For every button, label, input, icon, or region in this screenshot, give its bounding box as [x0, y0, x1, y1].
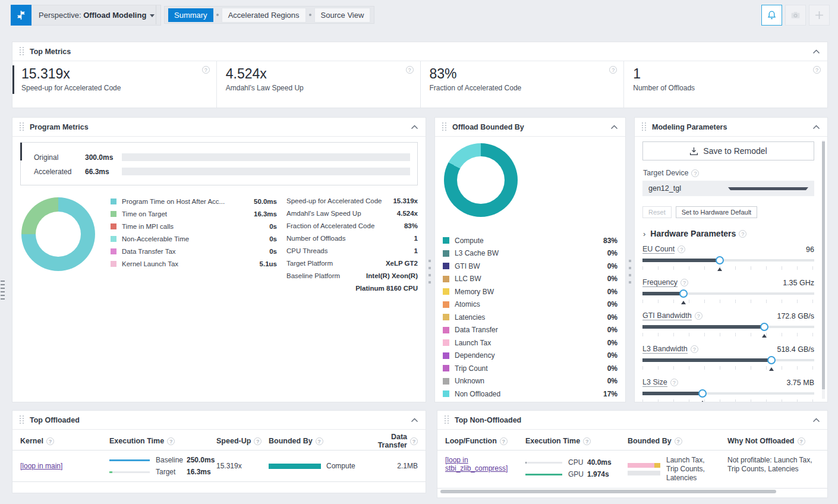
- bounded-by-donut-chart: [444, 143, 518, 217]
- panel-splitter-handle[interactable]: [429, 260, 431, 286]
- legend-label: L3 Cache BW: [455, 249, 603, 257]
- detail-label: Number of Offloads: [286, 232, 346, 245]
- slider-thumb[interactable]: [679, 289, 688, 298]
- help-icon[interactable]: [609, 66, 617, 74]
- gpu-bar: [525, 474, 562, 475]
- target-device-select[interactable]: gen12_tgl: [642, 181, 814, 196]
- save-to-remodel-button[interactable]: Save to Remodel: [642, 141, 814, 160]
- drag-handle-icon[interactable]: [20, 47, 24, 56]
- help-icon[interactable]: [316, 437, 323, 445]
- help-icon[interactable]: [583, 437, 591, 445]
- help-icon[interactable]: [675, 437, 682, 445]
- tab-summary[interactable]: Summary: [168, 8, 213, 22]
- horizontal-scrollbar-thumb[interactable]: [440, 490, 776, 493]
- slider-track[interactable]: [642, 323, 814, 331]
- drag-handle-icon[interactable]: [442, 122, 447, 131]
- collapse-chevron-icon[interactable]: [812, 49, 820, 54]
- slider-label[interactable]: L3 Bandwidth: [642, 345, 688, 354]
- slider-thumb[interactable]: [716, 256, 724, 264]
- slider-track[interactable]: [642, 289, 814, 298]
- help-icon[interactable]: [167, 437, 175, 445]
- help-icon[interactable]: [691, 169, 699, 177]
- vertical-scrollbar[interactable]: [822, 140, 825, 399]
- cpu-bar: [525, 462, 562, 464]
- sidebar-drag-handle[interactable]: [1, 281, 5, 300]
- detail-label: Baseline Platform: [286, 270, 340, 295]
- legend-label: Time in MPI calls: [122, 223, 264, 230]
- legend-swatch: [443, 301, 449, 308]
- notifications-button[interactable]: [761, 5, 782, 26]
- slider-thumb[interactable]: [698, 389, 707, 398]
- tab-accelerated-regions[interactable]: Accelerated Regions: [222, 8, 306, 23]
- slider-label[interactable]: Frequency: [642, 278, 678, 287]
- help-icon[interactable]: [691, 345, 698, 353]
- legend-item: Trip Count0%: [443, 362, 618, 375]
- detail-row: CPU Threads1: [286, 245, 418, 257]
- panel-title: Modeling Parameters: [652, 123, 812, 131]
- legend-value: 0%: [607, 377, 618, 385]
- collapse-chevron-icon[interactable]: [812, 418, 820, 423]
- legend-value: 0%: [607, 326, 618, 334]
- default-marker-icon: [681, 301, 686, 304]
- help-icon[interactable]: [202, 66, 210, 74]
- time-comparison-chart: Original 300.0ms Accelerated 66.3ms: [20, 142, 418, 185]
- help-icon[interactable]: [695, 312, 702, 320]
- add-button[interactable]: [809, 5, 830, 26]
- default-marker-icon: [700, 401, 705, 402]
- help-icon[interactable]: [678, 245, 685, 253]
- collapse-chevron-icon[interactable]: [411, 418, 418, 423]
- set-hardware-default-button[interactable]: Set to Hardware Default: [676, 206, 757, 218]
- reset-button[interactable]: Reset: [642, 206, 672, 218]
- perspective-label: Perspective:: [39, 11, 81, 20]
- help-icon[interactable]: [739, 230, 746, 238]
- legend-swatch: [443, 314, 449, 320]
- collapse-chevron-icon[interactable]: [812, 125, 820, 130]
- metric-label: Number of Offloads: [633, 84, 819, 92]
- slider-label[interactable]: L3 Size: [642, 378, 667, 387]
- perspective-selector[interactable]: Perspective: Offload Modeling: [11, 5, 161, 26]
- why-not-offloaded-cell: Not profitable: Launch Tax, Trip Counts,…: [727, 456, 826, 474]
- metric-value: 1: [633, 66, 819, 82]
- legend-swatch: [111, 236, 116, 242]
- detail-row: Number of Offloads1: [286, 232, 418, 245]
- help-icon[interactable]: [500, 437, 508, 445]
- drag-handle-icon[interactable]: [445, 415, 449, 424]
- column-header: Speed-Up: [216, 437, 269, 445]
- tab-source-view[interactable]: Source View: [314, 8, 371, 23]
- slider-label[interactable]: GTI Bandwidth: [642, 311, 692, 320]
- detail-label: Target Platform: [286, 257, 333, 270]
- help-icon[interactable]: [681, 279, 688, 286]
- slider-thumb[interactable]: [767, 356, 776, 364]
- slider-track[interactable]: [642, 256, 814, 264]
- help-icon[interactable]: [254, 437, 262, 445]
- legend-item: Atomics0%: [443, 298, 618, 311]
- help-icon[interactable]: [670, 379, 678, 386]
- legend-item: Data Transfer0%: [443, 324, 618, 337]
- legend-label: Unknown: [455, 377, 603, 385]
- legend-item: Unknown0%: [443, 375, 618, 388]
- help-icon[interactable]: [798, 437, 805, 445]
- drag-handle-icon[interactable]: [20, 415, 24, 424]
- help-icon[interactable]: [46, 437, 54, 445]
- expand-chevron-icon[interactable]: ›: [643, 229, 645, 238]
- legend-value: 83%: [603, 237, 618, 245]
- save-button-label: Save to Remodel: [703, 146, 767, 156]
- slider-track[interactable]: [642, 356, 814, 364]
- bounded-by-bars: [628, 463, 660, 475]
- drag-handle-icon[interactable]: [20, 122, 24, 131]
- collapse-chevron-icon[interactable]: [610, 125, 618, 130]
- help-icon[interactable]: [406, 66, 414, 74]
- collapse-chevron-icon[interactable]: [411, 125, 418, 130]
- panel-splitter-handle[interactable]: [629, 260, 631, 286]
- snapshot-button[interactable]: [785, 5, 806, 26]
- scrollbar-thumb[interactable]: [822, 141, 825, 389]
- slider-value: 172.8 GB/s: [702, 312, 814, 320]
- kernel-link[interactable]: [loop in main]: [20, 462, 62, 470]
- help-icon[interactable]: [813, 66, 821, 74]
- loop-function-link[interactable]: [loop in stbi_zlib_compress]: [445, 456, 508, 472]
- help-icon[interactable]: [410, 437, 418, 445]
- slider-label[interactable]: EU Count: [642, 245, 675, 254]
- slider-track[interactable]: [642, 389, 814, 398]
- slider-thumb[interactable]: [760, 323, 768, 331]
- drag-handle-icon[interactable]: [642, 122, 647, 131]
